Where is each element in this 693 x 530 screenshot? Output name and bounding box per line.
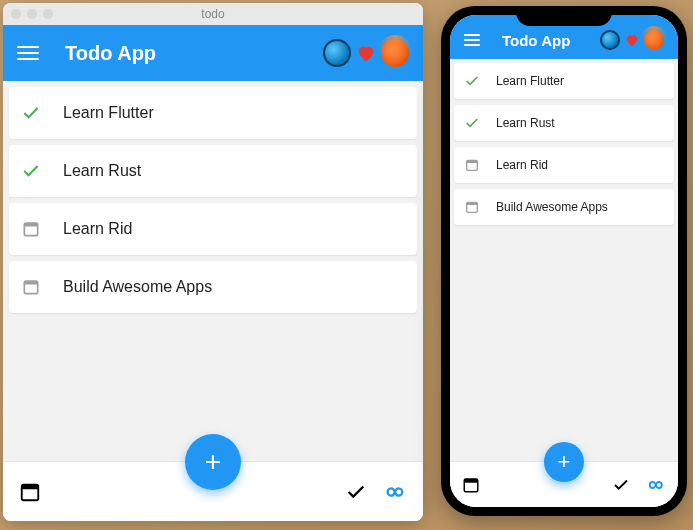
todo-item[interactable]: Learn Rid — [454, 147, 674, 183]
traffic-lights[interactable] — [11, 9, 53, 19]
add-button[interactable]: + — [544, 442, 584, 482]
heart-icon — [624, 32, 640, 48]
titlebar: todo — [3, 3, 423, 25]
calendar-icon[interactable] — [462, 476, 480, 494]
svg-rect-7 — [467, 160, 478, 163]
svg-rect-3 — [24, 281, 37, 284]
minimize-window-button[interactable] — [27, 9, 37, 19]
todo-item[interactable]: Learn Rid — [9, 203, 417, 255]
app-title: Todo App — [65, 42, 156, 65]
desktop-window: todo Todo App Learn Flutter — [3, 3, 423, 521]
close-window-button[interactable] — [11, 9, 21, 19]
app-title: Todo App — [502, 32, 570, 49]
todo-item[interactable]: Learn Rust — [454, 105, 674, 141]
todo-label: Learn Rust — [63, 162, 141, 180]
header-icons — [600, 30, 664, 50]
todo-list: Learn Flutter Learn Rust Learn Rid Build… — [3, 81, 423, 461]
calendar-icon[interactable] — [19, 481, 41, 503]
todo-label: Learn Rid — [63, 220, 132, 238]
menu-icon[interactable] — [464, 29, 480, 51]
header-icons — [323, 39, 409, 67]
maximize-window-button[interactable] — [43, 9, 53, 19]
check-icon — [21, 161, 41, 181]
plus-icon: + — [558, 449, 571, 475]
check-icon — [21, 103, 41, 123]
todo-item[interactable]: Build Awesome Apps — [454, 189, 674, 225]
todo-item[interactable]: Build Awesome Apps — [9, 261, 417, 313]
calendar-icon — [464, 157, 480, 173]
todo-label: Build Awesome Apps — [496, 200, 608, 214]
todo-list: Learn Flutter Learn Rust Learn Rid Build… — [450, 59, 678, 461]
infinity-icon[interactable] — [381, 481, 407, 503]
window-title: todo — [201, 7, 224, 21]
svg-rect-9 — [467, 202, 478, 205]
phone-frame: Todo App Learn Flutter Learn Rus — [441, 6, 687, 516]
phone-notch — [516, 6, 612, 26]
todo-label: Learn Rust — [496, 116, 555, 130]
menu-icon[interactable] — [17, 42, 39, 64]
bottom-bar: + — [450, 461, 678, 507]
todo-item[interactable]: Learn Flutter — [9, 87, 417, 139]
phone-screen: Todo App Learn Flutter Learn Rus — [450, 15, 678, 507]
flutter-icon — [600, 30, 620, 50]
plus-icon: + — [205, 446, 221, 478]
check-icon[interactable] — [612, 476, 630, 494]
svg-rect-11 — [464, 479, 478, 483]
flutter-icon — [323, 39, 351, 67]
heart-icon — [355, 42, 377, 64]
svg-rect-1 — [24, 223, 37, 226]
todo-label: Learn Flutter — [496, 74, 564, 88]
todo-label: Build Awesome Apps — [63, 278, 212, 296]
infinity-icon[interactable] — [644, 476, 666, 494]
svg-rect-5 — [22, 484, 39, 489]
check-icon[interactable] — [345, 481, 367, 503]
todo-item[interactable]: Learn Rust — [9, 145, 417, 197]
todo-item[interactable]: Learn Flutter — [454, 63, 674, 99]
calendar-icon — [464, 199, 480, 215]
check-icon — [464, 115, 480, 131]
todo-label: Learn Flutter — [63, 104, 154, 122]
calendar-icon — [21, 219, 41, 239]
calendar-icon — [21, 277, 41, 297]
todo-label: Learn Rid — [496, 158, 548, 172]
rust-icon — [381, 39, 409, 67]
rust-icon — [644, 30, 664, 50]
home-indicator[interactable] — [524, 508, 604, 512]
app-header: Todo App — [3, 25, 423, 81]
add-button[interactable]: + — [185, 434, 241, 490]
bottom-bar: + — [3, 461, 423, 521]
check-icon — [464, 73, 480, 89]
